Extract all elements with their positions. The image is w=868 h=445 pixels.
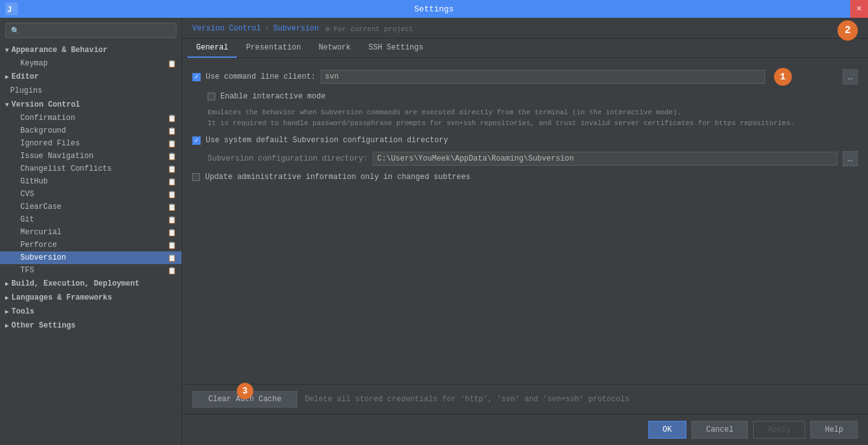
sidebar-item-other-settings[interactable]: ▶ Other Settings: [0, 319, 182, 333]
copy-icon: 📋: [168, 140, 177, 148]
sidebar-item-tfs[interactable]: TFS 📋: [0, 264, 182, 277]
help-button[interactable]: Help: [810, 421, 858, 439]
copy-icon: 📋: [168, 152, 177, 161]
close-button[interactable]: ×: [850, 0, 868, 18]
sidebar-item-label: Subversion: [20, 253, 66, 262]
search-box[interactable]: 🔍: [5, 23, 177, 38]
description-text: Emulates the behavior when Subversion co…: [208, 107, 858, 128]
breadcrumb-current: Subversion: [273, 24, 319, 33]
for-current-project: ⚙ For current project: [325, 25, 413, 33]
sidebar-item-label: Appearance & Behavior: [11, 46, 107, 55]
search-icon: 🔍: [11, 27, 20, 35]
tab-network[interactable]: Network: [310, 39, 359, 58]
copy-icon: 📋: [168, 216, 177, 224]
sidebar: 🔍 ▼ Appearance & Behavior Keymap 📋 ▶ Edi…: [0, 18, 182, 445]
copy-icon: 📋: [168, 267, 177, 275]
command-line-client-input[interactable]: [321, 70, 765, 84]
config-dir-dots-button[interactable]: …: [843, 151, 858, 166]
enable-interactive-mode-label: Enable interactive mode: [220, 92, 326, 101]
sidebar-item-subversion[interactable]: Subversion 📋: [0, 251, 182, 264]
right-panel: Version Control › Subversion ⚙ For curre…: [182, 18, 868, 445]
badge-3: 3: [237, 383, 253, 399]
use-command-line-row: Use command line client: 1 …: [192, 68, 858, 86]
tab-presentation[interactable]: Presentation: [237, 39, 309, 58]
copy-icon: 📋: [168, 241, 177, 249]
cancel-button[interactable]: Cancel: [691, 421, 748, 439]
update-admin-info-row: Update administrative information only i…: [192, 173, 858, 182]
panel-header: Version Control › Subversion ⚙ For curre…: [182, 18, 868, 39]
sidebar-item-label: Editor: [11, 72, 39, 81]
copy-icon: 📋: [168, 190, 177, 199]
expand-arrow: ▼: [5, 102, 9, 109]
sidebar-item-label: Issue Navigation: [20, 152, 93, 161]
ok-button[interactable]: OK: [648, 421, 686, 439]
sidebar-item-label: Background: [20, 126, 66, 135]
copy-icon: 📋: [168, 178, 177, 186]
use-command-line-checkbox[interactable]: [192, 73, 201, 81]
badge-2: 2: [838, 20, 858, 41]
use-command-line-label: Use command line client:: [206, 72, 316, 81]
apply-button[interactable]: Apply: [753, 421, 805, 439]
sidebar-item-background[interactable]: Background 📋: [0, 124, 182, 137]
command-line-dots-button[interactable]: …: [843, 69, 858, 84]
copy-icon: 📋: [168, 127, 177, 135]
sidebar-item-version-control[interactable]: ▼ Version Control: [0, 98, 182, 112]
sidebar-item-clearcase[interactable]: ClearCase 📋: [0, 201, 182, 213]
sidebar-item-label: Ignored Files: [20, 139, 80, 148]
dialog-footer: OK Cancel Apply Help: [182, 414, 868, 445]
sidebar-item-perforce[interactable]: Perforce 📋: [0, 239, 182, 251]
sidebar-item-label: Confirmation: [20, 114, 75, 123]
sidebar-item-github[interactable]: GitHub 📋: [0, 175, 182, 188]
copy-icon: 📋: [168, 229, 177, 237]
sidebar-item-label: Keymap: [20, 59, 48, 68]
tabs-bar: General Presentation Network SSH Setting…: [182, 39, 868, 58]
use-system-default-checkbox[interactable]: [192, 136, 201, 145]
expand-arrow: ▶: [5, 280, 9, 288]
enable-interactive-mode-checkbox[interactable]: [208, 93, 215, 100]
use-system-default-label: Use system default Subversion configurat…: [206, 136, 448, 145]
tab-general[interactable]: General: [187, 39, 237, 58]
sidebar-item-ignored-files[interactable]: Ignored Files 📋: [0, 137, 182, 150]
search-input[interactable]: [23, 26, 171, 35]
sidebar-item-label: Mercurial: [20, 228, 62, 237]
config-dir-label: Subversion configuration directory:: [208, 154, 368, 163]
breadcrumb-separator: ›: [265, 24, 269, 33]
sidebar-item-label: Languages & Frameworks: [11, 293, 112, 302]
sidebar-item-label: ClearCase: [20, 203, 62, 211]
use-system-default-row: Use system default Subversion configurat…: [192, 136, 858, 145]
sidebar-item-label: TFS: [20, 266, 34, 275]
update-admin-info-label: Update administrative information only i…: [205, 173, 471, 182]
sidebar-item-git[interactable]: Git 📋: [0, 213, 182, 226]
sidebar-item-editor[interactable]: ▶ Editor: [0, 70, 182, 84]
clear-auth-cache-button[interactable]: 3 Clear Auth Cache: [192, 391, 297, 408]
copy-icon: 📋: [168, 165, 177, 173]
sidebar-item-label: Version Control: [11, 100, 80, 109]
sidebar-item-label: Git: [20, 215, 34, 224]
sidebar-item-label: Build, Execution, Deployment: [11, 279, 140, 288]
sidebar-item-label: Plugins: [10, 86, 42, 95]
expand-arrow: ▼: [5, 47, 9, 54]
sidebar-item-keymap[interactable]: Keymap 📋: [0, 57, 182, 70]
sidebar-item-plugins[interactable]: Plugins: [0, 84, 182, 98]
sidebar-item-languages-frameworks[interactable]: ▶ Languages & Frameworks: [0, 291, 182, 305]
sidebar-item-changelist-conflicts[interactable]: Changelist Conflicts 📋: [0, 163, 182, 175]
clear-auth-description: Delete all stored credentials for 'http'…: [305, 395, 629, 404]
description-line2: It is required to handle password/passph…: [208, 119, 794, 127]
sidebar-item-label: Other Settings: [11, 321, 76, 330]
tab-ssh-settings[interactable]: SSH Settings: [359, 39, 432, 58]
sidebar-item-label: Perforce: [20, 241, 57, 249]
sidebar-item-mercurial[interactable]: Mercurial 📋: [0, 226, 182, 239]
sidebar-item-tools[interactable]: ▶ Tools: [0, 305, 182, 319]
expand-arrow: ▶: [5, 294, 9, 302]
app-logo: J: [5, 3, 18, 15]
sidebar-item-cvs[interactable]: CVS 📋: [0, 188, 182, 201]
copy-icon: 📋: [168, 203, 177, 211]
sidebar-item-confirmation[interactable]: Confirmation 📋: [0, 112, 182, 124]
config-dir-input[interactable]: [373, 152, 838, 166]
expand-arrow: ▶: [5, 73, 9, 81]
config-dir-row: Subversion configuration directory: …: [208, 151, 858, 166]
sidebar-item-appearance-behavior[interactable]: ▼ Appearance & Behavior: [0, 43, 182, 57]
update-admin-info-checkbox[interactable]: [192, 173, 200, 181]
sidebar-item-issue-navigation[interactable]: Issue Navigation 📋: [0, 150, 182, 163]
sidebar-item-build-execution[interactable]: ▶ Build, Execution, Deployment: [0, 277, 182, 291]
